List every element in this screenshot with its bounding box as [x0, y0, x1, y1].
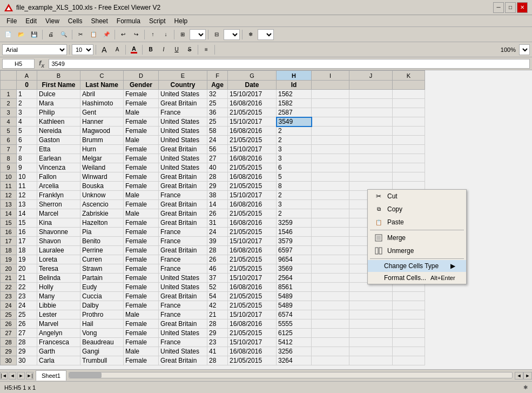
table-cell[interactable]: 3 [17, 108, 37, 117]
zoom-select[interactable] [519, 44, 530, 55]
table-cell[interactable]: 9 [17, 163, 37, 172]
table-cell[interactable]: Female [124, 172, 159, 182]
table-cell[interactable]: 2564 [277, 274, 312, 283]
table-cell[interactable]: 24 [17, 301, 37, 310]
freeze-button[interactable]: ❄ [245, 29, 257, 41]
table-cell[interactable]: 21/05/2015 [228, 264, 277, 274]
col-header-f[interactable]: F [207, 71, 228, 81]
table-cell[interactable]: 31 [207, 218, 228, 228]
table-cell[interactable]: 46 [207, 264, 228, 274]
row-number[interactable]: 18 [1, 246, 17, 255]
table-cell[interactable]: 21/05/2015 [228, 329, 277, 338]
table-cell[interactable]: 21/05/2015 [228, 136, 277, 145]
table-cell[interactable]: 16 [17, 228, 37, 237]
table-cell[interactable] [393, 136, 425, 145]
horizontal-scrollbar-thumb[interactable] [69, 372, 102, 378]
table-cell[interactable] [393, 172, 425, 182]
table-cell[interactable] [312, 310, 349, 319]
table-cell[interactable]: 3 [277, 200, 312, 209]
table-cell[interactable]: 12 [17, 191, 37, 200]
table-cell[interactable] [312, 246, 349, 255]
table-cell[interactable]: 15/10/2017 [228, 310, 277, 319]
col-header-i[interactable]: I [312, 71, 349, 81]
table-cell[interactable]: 21/05/2015 [228, 292, 277, 301]
table-cell[interactable]: Trumbull [80, 356, 124, 365]
table-cell[interactable]: 28 [17, 338, 37, 347]
table-cell[interactable]: Dulce [37, 90, 80, 99]
table-cell[interactable]: 23 [17, 292, 37, 301]
table-cell[interactable] [312, 264, 349, 274]
table-cell[interactable]: Strawn [80, 264, 124, 274]
table-cell[interactable]: 8 [17, 154, 37, 163]
table-cell[interactable] [312, 145, 349, 154]
table-cell[interactable]: First Name [37, 81, 80, 90]
table-cell[interactable]: 5412 [277, 338, 312, 347]
table-cell[interactable]: France [159, 237, 207, 246]
table-cell[interactable]: 15 [17, 218, 37, 228]
table-cell[interactable] [349, 90, 393, 99]
table-cell[interactable]: 23 [207, 338, 228, 347]
table-cell[interactable]: 21/05/2015 [228, 108, 277, 117]
col-header-g[interactable]: G [228, 71, 277, 81]
border-select[interactable] [190, 29, 206, 40]
table-cell[interactable]: France [159, 108, 207, 117]
row-number[interactable]: 26 [1, 319, 17, 329]
table-cell[interactable]: France [159, 255, 207, 264]
table-cell[interactable]: 32 [207, 90, 228, 99]
table-cell[interactable]: Great Britain [159, 145, 207, 154]
freeze-select[interactable] [258, 29, 274, 40]
table-cell[interactable]: Female [124, 90, 159, 99]
table-cell[interactable]: 22 [17, 283, 37, 292]
table-cell[interactable] [312, 163, 349, 172]
table-cell[interactable]: Female [124, 319, 159, 329]
table-cell[interactable]: Nereida [37, 126, 80, 136]
table-cell[interactable]: 6 [277, 163, 312, 172]
table-cell[interactable]: Ascencio [80, 200, 124, 209]
table-cell[interactable]: 20 [17, 264, 37, 274]
table-cell[interactable]: 3579 [277, 237, 312, 246]
table-cell[interactable]: 26 [17, 319, 37, 329]
table-cell[interactable]: Hazelton [80, 218, 124, 228]
table-cell[interactable]: Great Britain [159, 200, 207, 209]
table-cell[interactable]: United States [159, 90, 207, 99]
table-cell[interactable]: France [159, 228, 207, 237]
row-number[interactable]: 11 [1, 182, 17, 191]
table-cell[interactable]: 21/05/2015 [228, 255, 277, 264]
table-cell[interactable]: 16/08/2016 [228, 319, 277, 329]
table-cell[interactable]: 36 [207, 108, 228, 117]
table-cell[interactable]: 16/08/2016 [228, 218, 277, 228]
table-cell[interactable]: 29 [17, 347, 37, 356]
table-cell[interactable]: 5 [277, 172, 312, 182]
row-number[interactable]: 17 [1, 237, 17, 246]
formula-input[interactable] [49, 59, 530, 69]
table-cell[interactable]: 16/08/2016 [228, 126, 277, 136]
table-cell[interactable] [312, 209, 349, 218]
menu-help[interactable]: Help [170, 16, 192, 26]
open-button[interactable]: 📂 [15, 29, 27, 41]
print-button[interactable]: 🖨 [45, 29, 57, 41]
table-cell[interactable]: 54 [207, 292, 228, 301]
grow-font-button[interactable]: A [98, 44, 110, 56]
paste-button[interactable]: 📌 [100, 29, 112, 41]
table-cell[interactable]: Beaudreau [80, 338, 124, 347]
strikethrough-button[interactable]: S [184, 44, 196, 56]
table-cell[interactable]: Female [124, 264, 159, 274]
table-cell[interactable]: Carla [37, 356, 80, 365]
table-cell[interactable]: Lauralee [37, 246, 80, 255]
table-cell[interactable]: 42 [207, 301, 228, 310]
table-cell[interactable]: Hurn [80, 145, 124, 154]
table-cell[interactable]: 3264 [277, 356, 312, 365]
table-cell[interactable]: Female [124, 356, 159, 365]
table-cell[interactable]: 3 [277, 154, 312, 163]
table-cell[interactable] [393, 154, 425, 163]
row-number[interactable]: 7 [1, 145, 17, 154]
table-cell[interactable]: 25 [207, 117, 228, 126]
row-number[interactable]: 12 [1, 191, 17, 200]
align-left-button[interactable]: ≡ [200, 44, 212, 56]
sheet-tab-sheet1[interactable]: Sheet1 [36, 370, 66, 381]
table-cell[interactable]: Unknow [80, 191, 124, 200]
table-cell[interactable] [349, 81, 393, 90]
table-cell[interactable]: Sherron [37, 200, 80, 209]
table-cell[interactable]: Eudy [80, 283, 124, 292]
table-cell[interactable]: 15/10/2017 [228, 338, 277, 347]
